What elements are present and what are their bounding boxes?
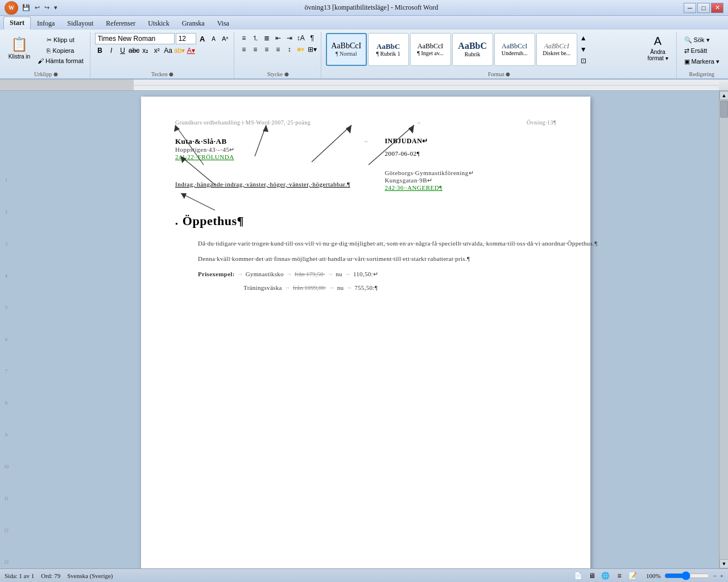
price-item2: Träningsväska [243,282,282,294]
doc-body[interactable]: Då·du·tidigare·varit·trogen·kund·till·os… [198,239,556,294]
multilevel-button[interactable]: ≣ [262,33,272,43]
arrow-icon-6: → [329,282,335,294]
office-orb-button[interactable]: W [5,1,18,15]
replace-button[interactable]: ⇄ Ersätt [681,46,710,56]
tab-visa[interactable]: Visa [211,17,235,30]
view-outline-button[interactable]: ≡ [614,571,624,581]
tab-sidlayout[interactable]: Sidlayout [61,17,100,30]
paragraph-content: ≡ ⒈ ≣ ⇤ ⇥ ↕A ¶ ≡ ≡ ≡ ≡ ↕ ■▾ ⊞▾ [239,33,317,70]
font-name-row: A A Aᵃ [95,33,230,44]
document-canvas[interactable]: Grundkurs·ordbehandling·i·MS·Word·2007,·… [13,91,719,568]
bullets-button[interactable]: ≡ [239,33,249,43]
save-quick-button[interactable]: 💾 [20,3,32,13]
tab-granska[interactable]: Granska [176,17,211,30]
underline-button[interactable]: U [118,45,128,56]
window-controls: ─ □ ✕ [684,3,723,13]
undo-quick-button[interactable]: ↩ [33,3,42,13]
bold-button[interactable]: B [95,45,105,56]
numbering-button[interactable]: ⒈ [250,33,260,43]
select-button[interactable]: ▣ Markera ▾ [681,57,722,66]
maximize-button[interactable]: □ [697,3,710,13]
text-effect-button[interactable]: Aa [163,45,173,56]
style-rubrik[interactable]: AaBbC Rubrik [452,33,493,66]
style-inget[interactable]: AaBbCcI ¶ Inget av... [410,33,451,66]
align-left-button[interactable]: ≡ [239,44,249,55]
quick-access-toolbar: 💾 ↩ ↪ ▾ [20,3,59,13]
decrease-indent-button[interactable]: ⇤ [273,33,283,43]
price-now2-label: nu [337,282,344,294]
font-size-input[interactable] [176,33,196,44]
border-button[interactable]: ⊞▾ [307,44,317,55]
main-area: 1 2 3 4 5 6 7 8 9 10 11 12 13 14 15 16 1… [0,91,728,568]
styles-more-button[interactable]: ⊡ [578,56,589,66]
font-size-up-button[interactable]: A [197,34,208,44]
minimize-button[interactable]: ─ [684,3,696,13]
tab-infoga[interactable]: Infoga [31,17,61,30]
superscript-button[interactable]: x² [152,45,162,56]
paste-button[interactable]: 📋 Klistra in [6,33,33,63]
copy-button[interactable]: ⎘ Kopiera [35,46,86,55]
change-styles-button[interactable]: A Ändra format ▾ [643,33,673,63]
zoom-out-icon[interactable]: − [713,572,717,579]
style-rubrik1[interactable]: AaBbC ¶ Rubrik 1 [368,33,409,66]
scroll-track[interactable] [719,100,728,559]
customize-quick-button[interactable]: ▾ [52,3,59,13]
svg-marker-12 [181,193,187,199]
font-color-button[interactable]: A▾ [186,45,196,56]
scroll-down-button[interactable]: ▼ [719,559,728,568]
style-underrub[interactable]: AaBbCcI Underrub... [494,33,535,66]
shading-button[interactable]: ■▾ [296,44,306,55]
tab-referenser[interactable]: Referenser [100,17,142,30]
para-top-row: ≡ ⒈ ≣ ⇤ ⇥ ↕A ¶ [239,33,317,43]
search-button[interactable]: 🔍 Sök ▾ [681,35,713,45]
italic-button[interactable]: I [106,45,117,56]
vertical-scrollbar[interactable]: ▲ ▼ [719,91,728,568]
style-normal[interactable]: AaBbCcI ¶ Normal [326,33,367,66]
highlight-button[interactable]: ab▾ [175,45,185,56]
price-val1: 110,50:↵ [353,269,378,280]
view-normal-button[interactable]: 📄 [573,571,584,581]
styles-down-button[interactable]: ▼ [578,44,589,55]
clipboard-content: 📋 Klistra in ✂ Klipp ut ⎘ Kopiera 🖌 Hämt… [6,33,86,70]
align-center-button[interactable]: ≡ [250,44,260,55]
style-normal-preview: AaBbCcI [331,42,361,50]
document-page[interactable]: Grundkurs·ordbehandling·i·MS·Word·2007,·… [141,97,590,568]
align-right-button[interactable]: ≡ [262,44,272,55]
tab-start[interactable]: Start [3,16,31,30]
price-label: Prisexempel: [198,269,235,280]
styles-nav: ▲ ▼ ⊡ [578,33,589,66]
doc-recipient: Göteborgs·Gymnastikförening↵ Kungsgatan·… [373,169,556,191]
increase-indent-button[interactable]: ⇥ [284,33,295,43]
clear-format-button[interactable]: Aᵃ [220,34,230,44]
section-title: Öppethus¶ [183,214,244,228]
view-web-button[interactable]: 🌐 [601,571,611,581]
left-margin-numbers: 1 2 3 4 5 6 7 8 9 10 11 12 13 14 15 16 1… [0,91,13,568]
font-content: A A Aᵃ B I U abc x₂ x² Aa ab▾ A▾ [95,33,230,70]
line-spacing-button[interactable]: ↕ [284,44,295,55]
font-name-input[interactable] [95,33,175,44]
redo-quick-button[interactable]: ↪ [43,3,51,13]
strikethrough-button[interactable]: abc [129,45,139,56]
arrow-icon-7: → [346,282,352,294]
tab-utskick[interactable]: Utskick [142,17,175,30]
cut-button[interactable]: ✂ Klipp ut [35,35,86,45]
zoom-in-icon[interactable]: + [720,572,723,579]
style-diskret[interactable]: AaBbCcI Diskret be... [536,33,577,66]
view-full-button[interactable]: 🖥 [587,571,597,581]
scroll-up-button[interactable]: ▲ [719,91,728,100]
tab-arrow-1: → [363,137,369,160]
show-marks-button[interactable]: ¶ [307,33,317,43]
format-painter-button[interactable]: 🖌 Hämta format [35,56,86,65]
zoom-level: 100% [646,572,661,579]
styles-up-button[interactable]: ▲ [578,33,589,43]
close-button[interactable]: ✕ [711,3,723,13]
zoom-slider[interactable] [664,572,710,579]
font-size-down-button[interactable]: A [209,34,219,44]
sort-button[interactable]: ↕A [296,33,306,43]
justify-button[interactable]: ≡ [273,44,283,55]
ruler-content[interactable] [134,80,719,90]
subscript-button[interactable]: x₂ [140,45,151,56]
scroll-thumb[interactable] [720,101,728,118]
view-draft-button[interactable]: 📝 [628,571,638,581]
sender-addr1: Hoppstigen·43·–·45↵ [175,146,358,153]
